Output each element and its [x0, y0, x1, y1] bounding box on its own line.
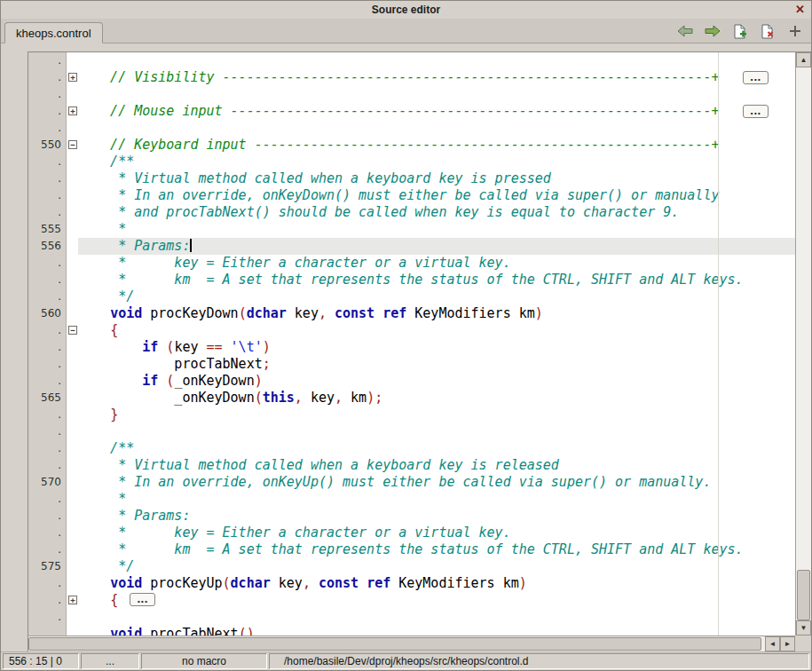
fold-margin [66, 390, 78, 407]
fold-margin[interactable]: + [66, 103, 78, 120]
close-document-button[interactable] [759, 24, 777, 38]
code-line[interactable]: . /** [28, 440, 795, 457]
fold-margin [66, 541, 78, 558]
close-window-icon[interactable]: ✕ [795, 3, 805, 17]
fold-margin [66, 525, 78, 541]
folded-code-ellipsis[interactable]: ... [743, 105, 769, 118]
code-line[interactable]: . * and procTabNext() should be called w… [28, 204, 795, 221]
horizontal-scroll-thumb[interactable] [28, 637, 761, 651]
code-line[interactable]: 565 _onKeyDown(this, key, km); [28, 390, 795, 407]
code-line[interactable]: 550− // Keyboard input -----------------… [28, 137, 795, 154]
code-text: // Visibility --------------------------… [78, 69, 795, 86]
fold-expand-icon[interactable]: + [68, 596, 77, 604]
vertical-scroll-thumb[interactable] [797, 570, 810, 620]
fold-expand-icon[interactable]: + [68, 73, 77, 82]
vertical-scroll-track[interactable] [796, 67, 811, 620]
scroll-right-icon: ► [784, 640, 792, 648]
code-text: */ [78, 558, 795, 575]
nav-forward-button[interactable] [704, 24, 721, 38]
code-line[interactable]: . * Params: [28, 508, 795, 525]
code-line[interactable]: . * [28, 491, 795, 508]
fold-margin [66, 626, 78, 635]
code-line[interactable]: . void procTabNext() [28, 626, 795, 635]
fold-margin [66, 204, 78, 221]
fold-collapse-icon[interactable]: − [68, 326, 77, 335]
fold-margin [66, 491, 78, 508]
folded-code-ellipsis[interactable]: ... [130, 593, 155, 606]
vertical-scrollbar[interactable]: ▲ ▼ [795, 51, 811, 635]
code-text: /** [78, 154, 795, 170]
code-line[interactable]: . [28, 120, 795, 137]
code-line[interactable]: .+ // Visibility -----------------------… [28, 69, 795, 86]
fold-expand-icon[interactable]: + [68, 107, 77, 115]
line-number: 560 [28, 305, 66, 322]
code-text: // Mouse input -------------------------… [78, 103, 795, 120]
fold-margin[interactable]: + [66, 592, 78, 609]
code-line[interactable]: . } [28, 407, 795, 423]
add-document-button[interactable] [731, 24, 749, 38]
fold-margin [66, 154, 78, 170]
line-number: . [28, 255, 66, 272]
line-number: 556 [28, 238, 66, 255]
scroll-up-button[interactable]: ▲ [796, 52, 811, 67]
code-line[interactable]: . */ [28, 288, 795, 305]
tab-kheops-control[interactable]: kheops.control [4, 22, 103, 43]
code-line[interactable]: . * km = A set that represents the statu… [28, 541, 795, 558]
code-line[interactable]: . procTabNext; [28, 356, 795, 373]
fold-margin[interactable]: + [66, 69, 78, 86]
code-line[interactable]: . * Virtual method called when a keyboar… [28, 170, 795, 187]
code-line[interactable]: . * In an override, onKeyDown() must eit… [28, 187, 795, 204]
line-number: . [28, 52, 66, 69]
nav-back-button[interactable] [676, 24, 694, 38]
fold-margin [66, 120, 78, 137]
fold-margin [66, 373, 78, 390]
code-text [78, 86, 795, 103]
code-text: * km = A set that represents the status … [78, 541, 795, 558]
scroll-down-icon: ▼ [800, 624, 808, 632]
code-line[interactable]: . * Virtual method called when a keyboar… [28, 457, 795, 474]
code-text: void procTabNext() [78, 626, 795, 635]
fold-margin [66, 255, 78, 272]
code-line[interactable]: . void procKeyUp(dchar key, const ref Ke… [28, 575, 795, 592]
fold-collapse-icon[interactable]: − [68, 140, 77, 149]
code-line[interactable]: 560 void procKeyDown(dchar key, const re… [28, 305, 795, 322]
code-line[interactable]: .+ {... [28, 592, 795, 609]
code-line[interactable]: . if (_onKeyDown) [28, 373, 795, 390]
code-line[interactable]: .+ // Mouse input ----------------------… [28, 103, 795, 120]
code-editor[interactable]: ..+ // Visibility ----------------------… [28, 51, 795, 635]
code-line[interactable]: 556 * Params: [28, 238, 795, 255]
fold-margin [66, 575, 78, 592]
code-line[interactable]: 575 */ [28, 558, 795, 575]
code-line[interactable]: . if (key == '\t') [28, 339, 795, 356]
code-line[interactable]: . [28, 609, 795, 626]
document-add-icon [733, 24, 747, 39]
scroll-left-button[interactable]: ◄ [765, 636, 780, 651]
code-line[interactable]: . [28, 52, 795, 69]
code-line[interactable]: . * key = Either a character or a virtua… [28, 525, 795, 541]
fold-margin [66, 558, 78, 575]
line-number: 555 [28, 221, 66, 238]
fold-margin[interactable]: − [66, 137, 78, 154]
fold-margin [66, 407, 78, 423]
line-number: . [28, 508, 66, 525]
fold-margin [66, 474, 78, 491]
move-grip-icon[interactable] [786, 24, 804, 38]
code-text: procTabNext; [78, 356, 795, 373]
code-line[interactable]: 555 * [28, 221, 795, 238]
code-line[interactable]: . /** [28, 154, 795, 170]
scroll-down-button[interactable]: ▼ [796, 620, 811, 635]
folded-code-ellipsis[interactable]: ... [743, 71, 769, 84]
scroll-right-button[interactable]: ► [780, 636, 795, 651]
code-line[interactable]: 570 * In an override, onKeyUp() must eit… [28, 474, 795, 491]
fold-margin[interactable]: − [66, 322, 78, 339]
fold-margin [66, 609, 78, 626]
code-line[interactable]: .− { [28, 322, 795, 339]
code-line[interactable]: . * km = A set that represents the statu… [28, 272, 795, 288]
line-number: 570 [28, 474, 66, 491]
code-line[interactable]: . [28, 423, 795, 440]
fold-margin [66, 440, 78, 457]
horizontal-scrollbar[interactable]: ◄ ► [28, 635, 795, 651]
code-line[interactable]: . * key = Either a character or a virtua… [28, 255, 795, 272]
file-path-panel: /home/basile/Dev/dproj/kheops/src/kheops… [269, 653, 809, 669]
code-line[interactable]: . [28, 86, 795, 103]
